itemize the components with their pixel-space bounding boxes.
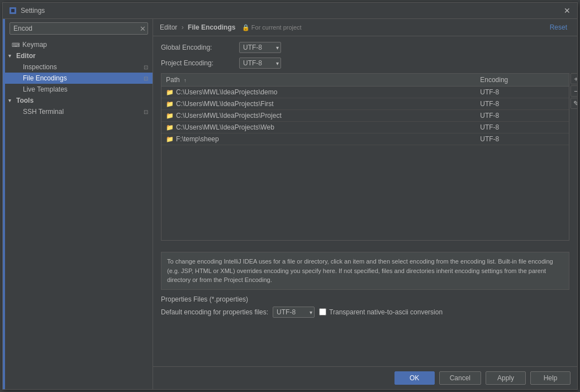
ok-button[interactable]: OK [394,371,435,385]
sidebar-item-live-templates[interactable]: Live Templates [5,84,153,95]
encoding-cell: UTF-8 [476,122,569,133]
remove-row-button[interactable]: − [571,85,577,97]
breadcrumb-hint: 🔒 For current project [242,24,302,31]
dialog-body: ✕ ⌨ Keymap ▾ Editor Inspections ⊡ File E… [3,19,577,389]
path-cell: 📁 F:\temp\sheep [161,133,476,145]
project-encoding-row: Project Encoding: UTF-8 [161,58,569,69]
close-button[interactable]: ✕ [563,6,572,15]
svg-rect-1 [11,9,15,12]
tools-label: Tools [16,97,34,104]
table-row[interactable]: 📁 C:\Users\MWL\IdeaProjects\Web UTF-8 [161,122,569,133]
search-input[interactable] [9,22,148,35]
cancel-button[interactable]: Cancel [439,371,481,385]
edit-row-button[interactable]: ✎ [571,98,577,109]
folder-icon: 📁 [166,101,174,108]
keymap-label: Keymap [22,41,47,49]
col-path-header[interactable]: Path ↑ [161,74,476,87]
global-encoding-select-wrapper: UTF-8 [239,42,281,53]
properties-title: Properties Files (*.properties) [161,295,569,303]
table-row[interactable]: 📁 C:\Users\MWL\IdeaProjects\demo UTF-8 [161,87,569,98]
path-value: C:\Users\MWL\IdeaProjects\Web [176,123,274,131]
table-row[interactable]: 📁 C:\Users\MWL\IdeaProjects\Project UTF-… [161,110,569,122]
search-box: ✕ [9,22,148,35]
default-encoding-label: Default encoding for properties files: [161,308,268,316]
global-encoding-row: Global Encoding: UTF-8 [161,42,569,53]
main-content: Editor › File Encodings 🔒 For current pr… [153,19,577,389]
path-value: C:\Users\MWL\IdeaProjects\Project [176,112,282,119]
encodings-table-container: Path ↑ Encoding [161,73,569,241]
info-text: To change encoding IntelliJ IDEA uses fo… [167,258,553,283]
apply-button[interactable]: Apply [486,371,526,385]
add-row-button[interactable]: + [571,73,577,84]
sidebar-item-keymap[interactable]: ⌨ Keymap [5,39,153,50]
sidebar-item-inspections[interactable]: Inspections ⊡ [5,61,153,73]
sidebar-item-file-encodings[interactable]: File Encodings ⊡ [5,73,153,84]
breadcrumb-parent: Editor [160,23,177,31]
encoding-cell: UTF-8 [476,110,569,122]
breadcrumb-bar: Editor › File Encodings 🔒 For current pr… [153,19,577,36]
encodings-table: Path ↑ Encoding [161,74,569,145]
inspections-label: Inspections [23,63,57,71]
folder-icon: 📁 [166,136,174,143]
editor-label: Editor [16,52,36,60]
reset-button[interactable]: Reset [546,22,571,32]
tools-arrow: ▾ [8,98,14,103]
encoding-cell: UTF-8 [476,87,569,98]
sidebar: ✕ ⌨ Keymap ▾ Editor Inspections ⊡ File E… [5,19,153,389]
sidebar-item-ssh-terminal[interactable]: SSH Terminal ⊡ [5,106,153,117]
global-encoding-select[interactable]: UTF-8 [239,42,281,53]
file-encodings-label: File Encodings [23,74,67,82]
sort-arrow: ↑ [184,78,187,83]
table-row[interactable]: 📁 F:\temp\sheep UTF-8 [161,133,569,145]
info-box: To change encoding IntelliJ IDEA uses fo… [161,252,569,290]
transparent-checkbox[interactable] [319,308,326,315]
path-cell: 📁 C:\Users\MWL\IdeaProjects\Project [161,110,476,122]
path-value: C:\Users\MWL\IdeaProjects\First [176,100,274,108]
col-path-label: Path [166,76,180,84]
path-cell: 📁 C:\Users\MWL\IdeaProjects\demo [161,87,476,98]
global-encoding-label: Global Encoding: [161,44,239,51]
encoding-cell: UTF-8 [476,98,569,110]
title-bar-left: Settings [8,6,45,15]
editor-arrow: ▾ [8,53,14,59]
content-area: Global Encoding: UTF-8 Project Encoding:… [153,36,577,366]
sidebar-category-tools[interactable]: ▾ Tools [5,95,153,106]
path-value: C:\Users\MWL\IdeaProjects\demo [176,88,277,96]
path-cell: 📁 C:\Users\MWL\IdeaProjects\First [161,98,476,110]
ssh-terminal-label: SSH Terminal [23,108,64,116]
help-button[interactable]: Help [530,371,571,385]
folder-icon: 📁 [166,89,174,96]
default-encoding-select[interactable]: UTF-8 [273,307,315,318]
col-encoding-label: Encoding [480,76,508,84]
transparent-label: Transparent native-to-ascii conversion [329,308,443,316]
properties-section: Properties Files (*.properties) Default … [161,295,569,318]
path-cell: 📁 C:\Users\MWL\IdeaProjects\Web [161,122,476,133]
project-encoding-select-wrapper: UTF-8 [239,58,281,69]
encoding-cell: UTF-8 [476,133,569,145]
folder-icon: 📁 [166,112,174,119]
title-bar: Settings ✕ [3,3,577,19]
breadcrumb-separator: › [182,23,184,31]
hint-icon: 🔒 [242,24,250,31]
ssh-scope-icon: ⊡ [144,109,148,115]
search-clear-icon[interactable]: ✕ [140,25,146,33]
properties-row: Default encoding for properties files: U… [161,307,569,318]
hint-text: For current project [251,24,302,31]
settings-dialog: Settings ✕ ✕ ⌨ Keymap ▾ Editor [2,2,578,390]
dialog-title: Settings [21,7,45,15]
table-wrapper: Path ↑ Encoding [161,73,569,246]
sidebar-category-editor[interactable]: ▾ Editor [5,50,153,61]
transparent-checkbox-wrapper: Transparent native-to-ascii conversion [319,308,443,316]
folder-icon: 📁 [166,124,174,131]
bottom-bar: OK Cancel Apply Help [153,366,577,389]
project-encoding-label: Project Encoding: [161,59,239,67]
inspections-scope-icon: ⊡ [144,64,148,70]
breadcrumb: Editor › File Encodings 🔒 For current pr… [160,23,302,31]
default-encoding-select-wrapper: UTF-8 [273,307,315,318]
project-encoding-select[interactable]: UTF-8 [239,58,281,69]
file-encodings-scope-icon: ⊡ [144,75,148,82]
col-encoding-header[interactable]: Encoding [476,74,569,87]
table-toolbar: + − ✎ [571,73,577,109]
table-row[interactable]: 📁 C:\Users\MWL\IdeaProjects\First UTF-8 [161,98,569,110]
path-value: F:\temp\sheep [176,135,219,143]
